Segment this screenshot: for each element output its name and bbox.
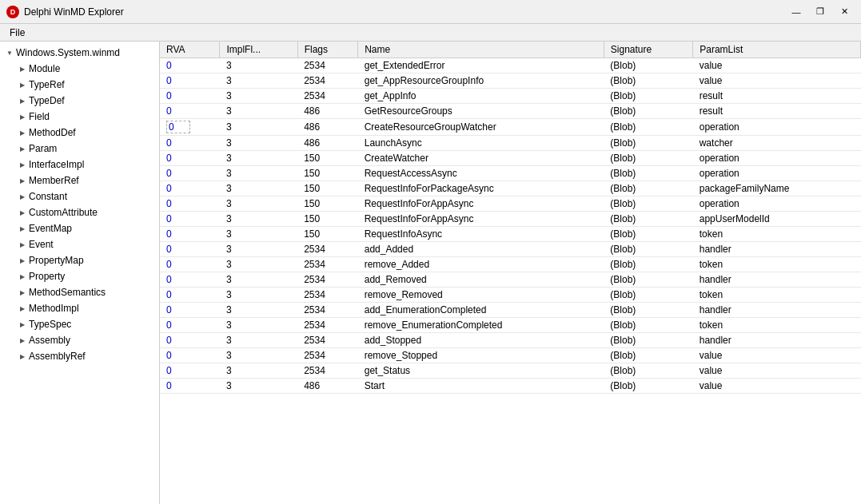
cell-param: value — [693, 363, 861, 379]
expand-arrow-icon: ▶ — [16, 286, 29, 299]
cell-name: get_Status — [358, 363, 604, 379]
col-header-rva[interactable]: RVA — [160, 42, 220, 58]
cell-flags: 2534 — [297, 89, 358, 104]
restore-button[interactable]: ❐ — [810, 4, 831, 20]
app-title: Delphi WinMD Explorer — [24, 6, 124, 18]
expand-arrow-icon: ▶ — [16, 206, 29, 219]
rva-input[interactable] — [166, 121, 190, 133]
cell-impl: 3 — [220, 89, 297, 104]
cell-signature: (Blob) — [604, 348, 692, 363]
cell-param: token — [693, 257, 861, 272]
cell-flags: 150 — [297, 166, 358, 181]
table-row[interactable]: 03150RequestAccessAsync(Blob)operation — [160, 166, 861, 181]
sidebar-item-assembly[interactable]: ▶Assembly — [0, 332, 159, 348]
cell-flags: 150 — [297, 196, 358, 212]
table-row[interactable]: 032534add_Stopped(Blob)handler — [160, 333, 861, 348]
cell-signature: (Blob) — [604, 363, 692, 379]
cell-signature: (Blob) — [604, 242, 692, 257]
cell-impl: 3 — [220, 272, 297, 288]
sidebar-item-label: Property — [29, 271, 65, 282]
cell-impl: 3 — [220, 151, 297, 166]
table-row[interactable]: 032534remove_EnumerationCompleted(Blob)t… — [160, 318, 861, 333]
sidebar-item-assemblyref[interactable]: ▶AssemblyRef — [0, 348, 159, 364]
sidebar-item-methodimpl[interactable]: ▶MethodImpl — [0, 300, 159, 316]
table-row[interactable]: 032534get_Status(Blob)value — [160, 363, 861, 379]
close-button[interactable]: ✕ — [834, 4, 855, 20]
cell-name: RequestInfoForAppAsync — [358, 212, 604, 227]
cell-param: handler — [693, 242, 861, 257]
table-row[interactable]: 032534remove_Removed(Blob)token — [160, 288, 861, 303]
table-row[interactable]: 032534get_ExtendedError(Blob)value — [160, 58, 861, 73]
cell-flags: 486 — [297, 119, 358, 136]
sidebar-item-label: Module — [29, 63, 60, 74]
table-row[interactable]: 03486GetResourceGroups(Blob)result — [160, 104, 861, 119]
col-header-impl[interactable]: ImplFl... — [220, 42, 297, 58]
cell-flags: 150 — [297, 227, 358, 242]
table-container[interactable]: RVA ImplFl... Flags Name Signature Param… — [160, 42, 861, 504]
table-row[interactable]: 03150RequestInfoForPackageAsync(Blob)pac… — [160, 181, 861, 196]
table-row[interactable]: 032534add_Removed(Blob)handler — [160, 272, 861, 288]
sidebar-item-field[interactable]: ▶Field — [0, 109, 159, 125]
cell-impl: 3 — [220, 333, 297, 348]
cell-impl: 3 — [220, 257, 297, 272]
sidebar-item-label: PropertyMap — [29, 255, 84, 266]
table-row[interactable]: 03150RequestInfoForAppAsync(Blob)operati… — [160, 196, 861, 212]
sidebar-item-property[interactable]: ▶Property — [0, 268, 159, 284]
sidebar-item-typedef[interactable]: ▶TypeDef — [0, 93, 159, 109]
col-header-param[interactable]: ParamList — [693, 42, 861, 58]
table-row[interactable]: 032534remove_Stopped(Blob)value — [160, 348, 861, 363]
sidebar-item-methoddef[interactable]: ▶MethodDef — [0, 125, 159, 141]
cell-flags: 2534 — [297, 363, 358, 379]
sidebar-item-interfaceimpl[interactable]: ▶InterfaceImpl — [0, 157, 159, 173]
table-row[interactable]: 032534add_Added(Blob)handler — [160, 242, 861, 257]
table-row[interactable]: 03486Start(Blob)value — [160, 379, 861, 394]
cell-impl: 3 — [220, 227, 297, 242]
cell-signature: (Blob) — [604, 303, 692, 318]
sidebar-item-module[interactable]: ▶Module — [0, 61, 159, 77]
table-row[interactable]: 032534get_AppResourceGroupInfo(Blob)valu… — [160, 73, 861, 89]
cell-param: value — [693, 348, 861, 363]
sidebar-root[interactable]: ▼ Windows.System.winmd — [0, 45, 159, 61]
col-header-flags[interactable]: Flags — [297, 42, 358, 58]
cell-param: result — [693, 104, 861, 119]
table-row[interactable]: 03150RequestInfoAsync(Blob)token — [160, 227, 861, 242]
cell-flags: 150 — [297, 151, 358, 166]
table-row[interactable]: 032534remove_Added(Blob)token — [160, 257, 861, 272]
cell-impl: 3 — [220, 181, 297, 196]
sidebar-item-constant[interactable]: ▶Constant — [0, 189, 159, 204]
expand-arrow-icon: ▶ — [16, 126, 29, 139]
table-row[interactable]: 032534get_AppInfo(Blob)result — [160, 89, 861, 104]
sidebar-item-eventmap[interactable]: ▶EventMap — [0, 220, 159, 236]
sidebar-item-propertymap[interactable]: ▶PropertyMap — [0, 252, 159, 268]
cell-flags: 486 — [297, 136, 358, 151]
cell-param: value — [693, 58, 861, 73]
cell-rva: 0 — [160, 363, 220, 379]
minimize-button[interactable]: — — [786, 4, 807, 20]
cell-impl: 3 — [220, 196, 297, 212]
sidebar-item-event[interactable]: ▶Event — [0, 236, 159, 252]
app-icon: D — [6, 6, 19, 18]
col-header-sig[interactable]: Signature — [604, 42, 692, 58]
cell-name: RequestInfoAsync — [358, 227, 604, 242]
sidebar-item-typeref[interactable]: ▶TypeRef — [0, 77, 159, 93]
file-menu[interactable]: File — [3, 26, 31, 40]
cell-impl: 3 — [220, 318, 297, 333]
sidebar-item-param[interactable]: ▶Param — [0, 141, 159, 157]
sidebar-item-memberref[interactable]: ▶MemberRef — [0, 173, 159, 189]
table-row[interactable]: 03150RequestInfoForAppAsync(Blob)appUser… — [160, 212, 861, 227]
cell-signature: (Blob) — [604, 318, 692, 333]
cell-name: RequestAccessAsync — [358, 166, 604, 181]
cell-signature: (Blob) — [604, 181, 692, 196]
cell-signature: (Blob) — [604, 333, 692, 348]
sidebar-item-methodsemantics[interactable]: ▶MethodSemantics — [0, 284, 159, 300]
cell-name: get_AppInfo — [358, 89, 604, 104]
sidebar-item-typespec[interactable]: ▶TypeSpec — [0, 316, 159, 332]
col-header-name[interactable]: Name — [358, 42, 604, 58]
table-row[interactable]: 3486CreateResourceGroupWatcher(Blob)oper… — [160, 119, 861, 136]
table-row[interactable]: 032534add_EnumerationCompleted(Blob)hand… — [160, 303, 861, 318]
sidebar-item-customattribute[interactable]: ▶CustomAttribute — [0, 204, 159, 220]
table-row[interactable]: 03486LaunchAsync(Blob)watcher — [160, 136, 861, 151]
cell-flags: 2534 — [297, 58, 358, 73]
table-row[interactable]: 03150CreateWatcher(Blob)operation — [160, 151, 861, 166]
cell-rva: 0 — [160, 73, 220, 89]
